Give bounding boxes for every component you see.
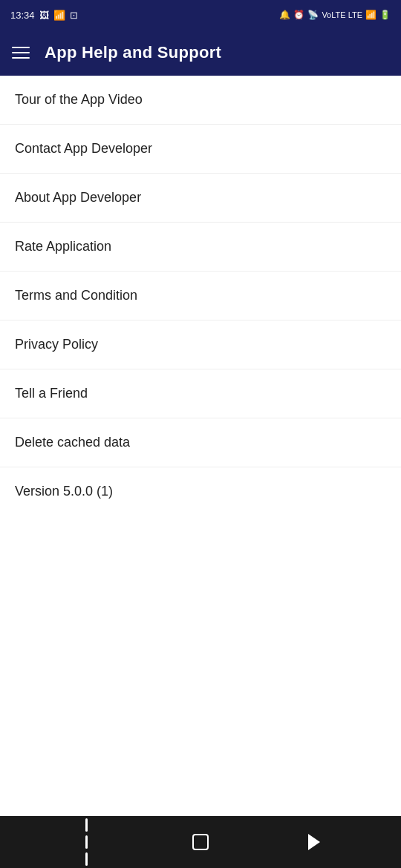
camera-icon: 🖼 [39, 10, 49, 21]
menu-item-friend[interactable]: Tell a Friend [0, 369, 401, 418]
extra-icon: ⊡ [70, 10, 78, 21]
status-bar-right: 🔔 ⏰ 📡 VoLTE LTE 📶 🔋 [279, 10, 391, 20]
status-bar: 13:34 🖼 📶 ⊡ 🔔 ⏰ 📡 VoLTE LTE 📶 🔋 [0, 0, 401, 30]
menu-item-version: Version 5.0.0 (1) [0, 467, 401, 516]
menu-item-friend-label: Tell a Friend [15, 386, 88, 401]
bars-line-1 [85, 818, 88, 832]
bars-line-3 [85, 852, 88, 866]
menu-item-tour-label: Tour of the App Video [15, 92, 143, 108]
battery-icon: 🔋 [379, 10, 391, 20]
hamburger-line-1 [12, 47, 30, 48]
home-square-icon [192, 834, 209, 850]
recent-apps-button[interactable] [69, 824, 105, 860]
signal-bars-icon: 📶 [365, 10, 376, 20]
hamburger-line-2 [12, 52, 30, 53]
app-bar: App Help and Support [0, 30, 401, 76]
menu-item-privacy-label: Privacy Policy [15, 337, 98, 352]
lte-label: VoLTE LTE [322, 10, 362, 19]
menu-item-about-label: About App Developer [15, 190, 141, 206]
menu-item-rate-label: Rate Application [15, 239, 111, 254]
bottom-nav [0, 816, 401, 868]
home-button[interactable] [183, 824, 218, 860]
menu-item-rate[interactable]: Rate Application [0, 223, 401, 272]
status-bar-left: 13:34 🖼 📶 ⊡ [10, 10, 78, 21]
menu-item-cache-label: Delete cached data [15, 435, 130, 450]
wifi-icon: 📡 [307, 10, 319, 20]
back-button[interactable] [296, 824, 332, 860]
back-chevron-icon [308, 834, 320, 850]
menu-item-terms-label: Terms and Condition [15, 288, 137, 303]
menu-item-tour[interactable]: Tour of the App Video [0, 76, 401, 125]
signal-icon: 📶 [53, 10, 65, 21]
menu-item-contact[interactable]: Contact App Developer [0, 125, 401, 174]
menu-item-terms[interactable]: Terms and Condition [0, 272, 401, 320]
menu-item-privacy[interactable]: Privacy Policy [0, 320, 401, 369]
hamburger-menu-icon[interactable] [12, 47, 30, 59]
alarm-icon: 🔔 [279, 10, 290, 20]
menu-item-version-label: Version 5.0.0 (1) [15, 484, 113, 499]
menu-item-about[interactable]: About App Developer [0, 174, 401, 223]
menu-item-contact-label: Contact App Developer [15, 141, 152, 157]
menu-item-cache[interactable]: Delete cached data [0, 418, 401, 467]
bars-line-2 [85, 835, 88, 849]
status-time: 13:34 [10, 10, 35, 21]
alarm2-icon: ⏰ [293, 10, 304, 20]
hamburger-line-3 [12, 57, 30, 59]
page-title: App Help and Support [45, 43, 221, 62]
content-area: Tour of the App Video Contact App Develo… [0, 76, 401, 816]
